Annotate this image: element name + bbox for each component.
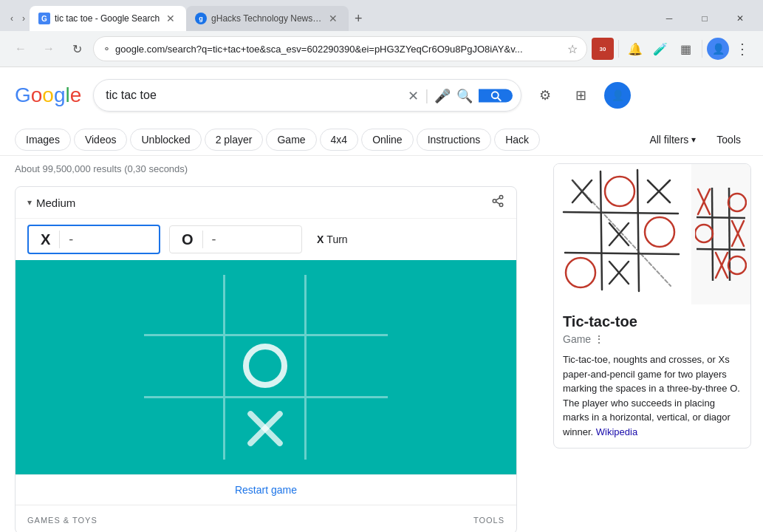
svg-point-31 — [728, 194, 746, 211]
search-clear-button[interactable]: ✕ — [408, 87, 419, 103]
cell-7-x-mark — [243, 406, 287, 451]
cell-4[interactable] — [225, 336, 307, 398]
cell-2[interactable] — [307, 275, 388, 336]
back-button[interactable]: ← — [9, 37, 32, 61]
url-bar[interactable]: ⚬ google.com/search?q=tic+tac+toe&sca_es… — [93, 36, 587, 61]
svg-line-6 — [637, 170, 639, 291]
restart-game-button[interactable]: Restart game — [16, 474, 516, 505]
tab-nav-forward[interactable]: › — [18, 10, 30, 27]
player-x-symbol: X — [41, 231, 50, 248]
collapse-icon[interactable]: ▾ — [27, 197, 32, 208]
knowledge-card-image — [554, 164, 750, 304]
filter-videos[interactable]: Videos — [74, 129, 128, 151]
separator — [618, 40, 619, 58]
filter-2player[interactable]: 2 player — [205, 129, 264, 151]
cell-8[interactable] — [307, 398, 388, 460]
knowledge-subtitle: Game ⋮ — [563, 333, 742, 345]
cell-7[interactable] — [225, 398, 307, 460]
separator2 — [702, 40, 702, 58]
tab-bar: ‹ › G tic tac toe - Google Search ✕ g gH… — [0, 0, 763, 31]
svg-line-7 — [564, 212, 678, 214]
search-section: Google tic tac toe ✕ | 🎤 🔍 ⚙ ⊞ 👤 — [0, 67, 763, 123]
knowledge-more-icon[interactable]: ⋮ — [594, 333, 604, 345]
extension-icon-bell[interactable]: 🔔 — [623, 37, 647, 61]
profile-button[interactable]: 👤 — [707, 38, 729, 60]
svg-line-5 — [601, 171, 602, 290]
player-o-symbol: O — [182, 231, 194, 248]
score-box-x: X - — [27, 225, 160, 254]
search-submit-button[interactable] — [479, 89, 513, 102]
filter-images[interactable]: Images — [15, 129, 71, 151]
google-apps-button[interactable]: ⊞ — [569, 83, 592, 107]
maximize-button[interactable]: □ — [688, 7, 722, 30]
svg-line-23 — [697, 217, 745, 218]
google-account-button[interactable]: 👤 — [604, 82, 631, 109]
tab-1-close[interactable]: ✕ — [164, 12, 177, 25]
knowledge-card-body: Tic-tac-toe Game ⋮ Tic-tac-toe, noughts … — [554, 304, 750, 448]
filter-unblocked[interactable]: Unblocked — [130, 129, 201, 151]
turn-player-label: X — [317, 233, 324, 245]
cell-6[interactable] — [144, 398, 225, 460]
reload-button[interactable]: ↻ — [65, 37, 89, 61]
tab-2-favicon: g — [195, 13, 207, 24]
new-tab-button[interactable]: + — [349, 8, 369, 30]
voice-search-button[interactable]: 🎤 — [434, 87, 451, 103]
score-box-o: O - — [169, 225, 302, 253]
close-button[interactable]: ✕ — [723, 7, 757, 30]
tab-2[interactable]: g gHacks Technology News and ✕ — [186, 6, 349, 31]
svg-point-19 — [566, 258, 595, 287]
tab-nav-back[interactable]: ‹ — [6, 10, 18, 27]
filter-game[interactable]: Game — [266, 129, 316, 151]
game-difficulty-label: Medium — [36, 197, 75, 209]
chevron-down-icon: ▾ — [691, 134, 696, 145]
cell-3[interactable] — [144, 336, 225, 398]
game-header: ▾ Medium — [16, 187, 516, 219]
ttt-diagram-secondary — [691, 164, 750, 304]
lens-search-button[interactable]: 🔍 — [456, 87, 473, 103]
search-right-icons: ✕ | 🎤 🔍 — [408, 87, 513, 104]
cell-4-o-mark — [243, 344, 287, 388]
player-o-score: - — [212, 232, 216, 248]
filter-hack[interactable]: Hack — [494, 129, 540, 151]
ttt-diagram-main — [554, 164, 691, 304]
filter-online[interactable]: Online — [361, 129, 413, 151]
game-board-container — [16, 260, 516, 474]
all-filters-label: All filters — [649, 134, 688, 146]
knowledge-category: Game — [563, 333, 591, 345]
tab-1[interactable]: G tic tac toe - Google Search ✕ — [30, 6, 186, 31]
game-title-area: ▾ Medium — [27, 197, 75, 209]
settings-button[interactable]: ⚙ — [533, 83, 557, 107]
filter-instructions[interactable]: Instructions — [417, 129, 492, 151]
search-box[interactable]: tic tac toe ✕ | 🎤 🔍 — [93, 79, 521, 112]
svg-line-3 — [496, 202, 499, 204]
right-panel: Tic-tac-toe Game ⋮ Tic-tac-toe, noughts … — [541, 156, 763, 532]
extension-icon-lab[interactable]: 🧪 — [649, 37, 672, 61]
share-button[interactable] — [491, 194, 504, 211]
knowledge-card: Tic-tac-toe Game ⋮ Tic-tac-toe, noughts … — [553, 163, 751, 449]
google-logo: Google — [15, 83, 81, 107]
cell-0[interactable] — [144, 275, 225, 336]
tools-button[interactable]: Tools — [709, 129, 748, 150]
all-filters-button[interactable]: All filters ▾ — [642, 129, 703, 150]
filter-4x4[interactable]: 4x4 — [320, 129, 359, 151]
svg-point-17 — [605, 177, 634, 206]
tab-2-close[interactable]: ✕ — [326, 12, 340, 25]
player-x-score: - — [69, 232, 73, 248]
sidebar-button[interactable]: ▦ — [674, 37, 697, 61]
chrome-menu-button[interactable]: ⋮ — [731, 37, 754, 61]
knowledge-description-text: Tic-tac-toe, noughts and crosses, or Xs … — [563, 354, 740, 437]
score-divider-x — [59, 231, 60, 248]
tab-1-favicon: G — [38, 13, 50, 24]
svg-point-18 — [645, 217, 674, 247]
wikipedia-link[interactable]: Wikipedia — [596, 426, 637, 437]
minimize-button[interactable]: ─ — [652, 7, 686, 30]
forward-button[interactable]: → — [37, 37, 61, 61]
bookmark-icon[interactable]: ☆ — [567, 42, 578, 56]
window-controls: ─ □ ✕ — [652, 7, 757, 30]
page-content: Google tic tac toe ✕ | 🎤 🔍 ⚙ ⊞ 👤 — [0, 67, 763, 532]
cell-1[interactable] — [225, 275, 307, 336]
cell-5[interactable] — [307, 336, 388, 398]
url-text: google.com/search?q=tic+tac+toe&sca_esv=… — [115, 44, 563, 55]
browser-chrome: ‹ › G tic tac toe - Google Search ✕ g gH… — [0, 0, 763, 67]
extension-icon-timer[interactable]: 30 — [592, 38, 614, 60]
